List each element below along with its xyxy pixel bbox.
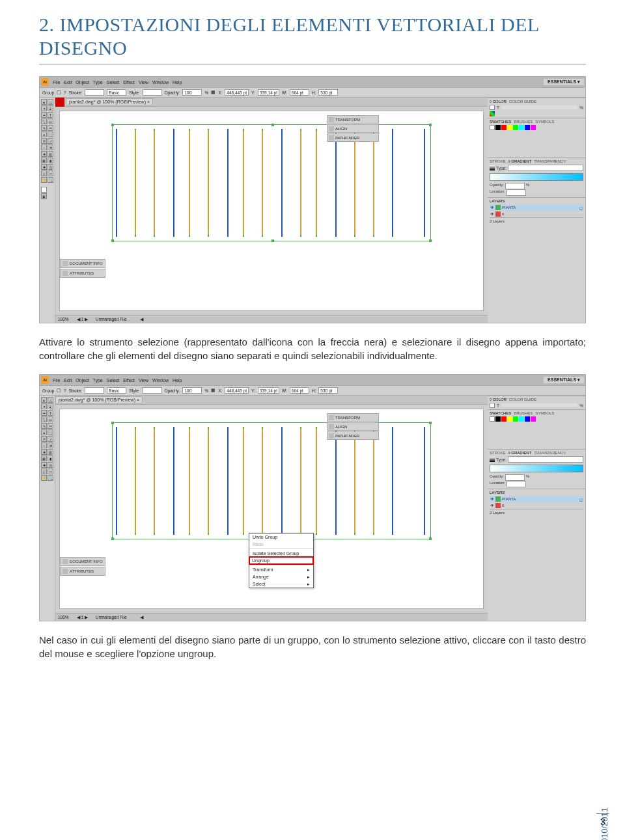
menu-file[interactable]: File bbox=[53, 378, 60, 383]
menu-edit[interactable]: Edit bbox=[64, 80, 72, 85]
context-arrange[interactable]: Arrange▸ bbox=[249, 573, 313, 580]
context-undo[interactable]: Undo Group bbox=[249, 534, 313, 541]
opacity-field[interactable]: 100 bbox=[182, 89, 202, 96]
attributes-panel-tab[interactable]: ATTRIBUTES bbox=[60, 269, 105, 278]
layers-panel[interactable]: LAYERS 👁PIANTA◻ 👁0 2 Layers bbox=[488, 489, 585, 621]
blob-tool-icon[interactable]: ● bbox=[41, 131, 47, 137]
transform-panel-tab[interactable]: TRANSFORM bbox=[327, 413, 379, 422]
stroke-gradient-panel[interactable]: STROKE◊ GRADIENTTRANSPARENCY Type: Opaci… bbox=[488, 157, 585, 197]
menu-object[interactable]: Object bbox=[76, 378, 89, 383]
color-panel[interactable]: ◊ COLORCOLOR GUIDE T% bbox=[488, 396, 585, 409]
line-tool-icon[interactable]: ╲ bbox=[41, 118, 47, 124]
w-label: W: bbox=[282, 90, 287, 95]
gradient-preview[interactable] bbox=[490, 173, 583, 181]
direct-select-tool-icon[interactable]: △ bbox=[48, 397, 53, 403]
align-panel-tab[interactable]: ALIGN bbox=[327, 124, 379, 133]
menu-help[interactable]: Help bbox=[173, 80, 182, 85]
layers-panel[interactable]: LAYERS 👁PIANTA◻ 👁0 2 Layers bbox=[488, 197, 585, 323]
screen-mode-icon[interactable]: ▣ bbox=[41, 193, 47, 199]
w-field[interactable]: 664 pt bbox=[290, 89, 309, 96]
eraser-tool-icon[interactable]: ◌ bbox=[48, 131, 53, 137]
rect-tool-icon[interactable]: ▭ bbox=[48, 118, 53, 124]
options-bar: Group▢? Stroke: Basic Style: Opacity:100… bbox=[40, 385, 585, 396]
menu-file[interactable]: File bbox=[53, 80, 60, 85]
menu-type[interactable]: Type bbox=[93, 378, 103, 383]
context-menu: Undo Group Redo Isolate Selected Group U… bbox=[249, 533, 314, 588]
context-select[interactable]: Select▸ bbox=[249, 580, 313, 588]
document-tab[interactable]: pianta2.dwg* @ 100% (RGB/Preview) × bbox=[55, 396, 143, 403]
mesh-tool-icon[interactable]: ▦ bbox=[41, 157, 47, 163]
rotate-tool-icon[interactable]: ⟳ bbox=[41, 138, 47, 144]
selection-type: Group bbox=[42, 90, 54, 95]
pencil-tool-icon[interactable]: ✏ bbox=[48, 125, 53, 131]
menu-window[interactable]: Window bbox=[152, 80, 169, 85]
illustrator-screenshot-1: Ai File Edit Object Type Select Effect V… bbox=[39, 76, 586, 323]
brush-tool-icon[interactable]: ✎ bbox=[41, 125, 47, 131]
tools-panel: ▲△ ✦ʖ ✒T ╲▭ ✎✏ ●◌ ⟳⤢ ~✥ ❋▥ ▦◐ ✚⧉ ▯✂ ✋🔍 ▣ bbox=[40, 98, 55, 323]
doc-info-panel-tab[interactable]: DOCUMENT INFO bbox=[60, 259, 105, 268]
app-logo-icon: Ai bbox=[41, 78, 49, 86]
scale-tool-icon[interactable]: ⤢ bbox=[48, 138, 53, 144]
menu-type[interactable]: Type bbox=[93, 80, 103, 85]
menu-view[interactable]: View bbox=[139, 80, 148, 85]
layers-footer: 2 Layers bbox=[490, 217, 583, 223]
pathfinder-panel-tab[interactable]: PATHFINDER bbox=[327, 431, 379, 440]
context-ungroup[interactable]: Ungroup bbox=[249, 556, 314, 565]
zoom-tool-icon[interactable]: 🔍 bbox=[48, 177, 53, 183]
stroke-field[interactable] bbox=[85, 89, 104, 96]
menu-view[interactable]: View bbox=[139, 378, 148, 383]
color-panel[interactable]: ◊ COLORCOLOR GUIDE T% bbox=[488, 98, 585, 118]
layer-row[interactable]: 👁0 bbox=[490, 211, 583, 217]
eyedropper-tool-icon[interactable]: ✚ bbox=[41, 164, 47, 170]
selection-tool-icon[interactable]: ▲ bbox=[41, 397, 47, 403]
style-field[interactable] bbox=[143, 89, 162, 96]
canvas[interactable]: TRANSFORM ALIGN PATHFINDER DOCUMENT INFO… bbox=[59, 111, 484, 311]
y-field[interactable]: 339,14 pt bbox=[258, 89, 279, 96]
pen-tool-icon[interactable]: ✒ bbox=[41, 112, 47, 118]
blend-tool-icon[interactable]: ⧉ bbox=[48, 164, 53, 170]
context-redo: Redo bbox=[249, 541, 313, 548]
pathfinder-panel-tab[interactable]: PATHFINDER bbox=[327, 133, 379, 142]
transform-panel-tab[interactable]: TRANSFORM bbox=[327, 115, 379, 124]
swatches-panel[interactable]: SWATCHESBRUSHESSYMBOLS bbox=[488, 118, 585, 157]
brush-field[interactable]: Basic bbox=[107, 89, 126, 96]
attributes-panel-tab[interactable]: ATTRIBUTES bbox=[60, 567, 105, 576]
gradient-tool-icon[interactable]: ◐ bbox=[48, 157, 53, 163]
fill-swatch-icon[interactable] bbox=[41, 187, 47, 193]
menu-help[interactable]: Help bbox=[173, 378, 182, 383]
workspace-switcher[interactable]: ESSENTIALS ▾ bbox=[544, 79, 584, 85]
wand-tool-icon[interactable]: ✦ bbox=[41, 105, 47, 111]
h-field[interactable]: 530 pt bbox=[318, 89, 338, 96]
document-tab[interactable]: pianta2.dwg* @ 100% (RGB/Preview) × bbox=[66, 98, 153, 105]
x-field[interactable]: 448,445 pt bbox=[225, 89, 249, 96]
lasso-tool-icon[interactable]: ʖ bbox=[48, 105, 53, 111]
layer-row[interactable]: 👁PIANTA◻ bbox=[490, 204, 583, 211]
zoom-display[interactable]: 100% bbox=[58, 317, 69, 321]
stroke-gradient-panel[interactable]: STROKE◊ GRADIENTTRANSPARENCY Type: Opaci… bbox=[488, 449, 585, 489]
scissors-tool-icon[interactable]: ✂ bbox=[48, 170, 53, 176]
align-panel-tab[interactable]: ALIGN bbox=[327, 422, 379, 431]
menu-window[interactable]: Window bbox=[152, 378, 169, 383]
symbol-tool-icon[interactable]: ❋ bbox=[41, 151, 47, 157]
graph-tool-icon[interactable]: ▥ bbox=[48, 151, 53, 157]
slice-tool-icon[interactable]: ▯ bbox=[41, 170, 47, 176]
context-transform[interactable]: Transform▸ bbox=[249, 566, 313, 573]
stroke-label: Stroke: bbox=[69, 90, 83, 95]
type-tool-icon[interactable]: T bbox=[48, 112, 53, 118]
free-tool-icon[interactable]: ✥ bbox=[48, 144, 53, 150]
menu-select[interactable]: Select bbox=[107, 80, 119, 85]
hand-tool-icon[interactable]: ✋ bbox=[41, 177, 47, 183]
menu-effect[interactable]: Effect bbox=[123, 378, 135, 383]
menu-object[interactable]: Object bbox=[76, 80, 89, 85]
spectrum-icon[interactable] bbox=[490, 111, 495, 116]
canvas[interactable]: TRANSFORM ALIGN PATHFINDER DOCUMENT INFO… bbox=[59, 409, 484, 609]
swatches-panel[interactable]: SWATCHESBRUSHESSYMBOLS bbox=[488, 409, 585, 449]
menu-edit[interactable]: Edit bbox=[64, 378, 72, 383]
menu-select[interactable]: Select bbox=[107, 378, 119, 383]
selection-tool-icon[interactable]: ▲ bbox=[41, 99, 47, 105]
warp-tool-icon[interactable]: ~ bbox=[41, 144, 47, 150]
workspace-switcher[interactable]: ESSENTIALS ▾ bbox=[544, 377, 584, 383]
direct-select-tool-icon[interactable]: △ bbox=[48, 99, 53, 105]
doc-info-panel-tab[interactable]: DOCUMENT INFO bbox=[60, 557, 105, 566]
menu-effect[interactable]: Effect bbox=[123, 80, 135, 85]
